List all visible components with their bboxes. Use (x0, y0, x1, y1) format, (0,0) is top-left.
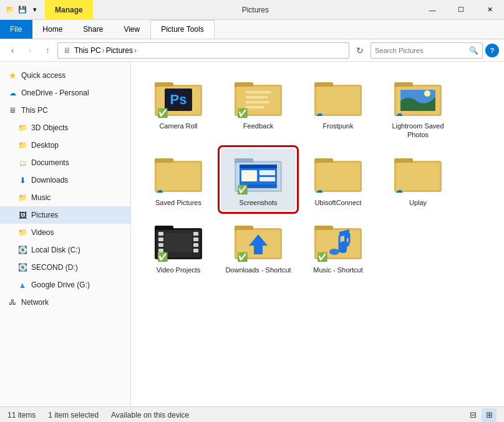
downloads-shortcut-label: Downloads - Shortcut (225, 266, 291, 274)
svg-point-58 (329, 249, 339, 255)
folder-music-icon: 📁 (17, 193, 27, 203)
folder-camera-roll-icon: Ps ✅ (153, 75, 203, 119)
title-bar: 📁 💾 ▾ Manage Pictures — ☐ ✕ (0, 0, 504, 20)
camera-roll-label: Camera Roll (159, 122, 197, 130)
sidebar-item-music[interactable]: 📁 Music (0, 189, 130, 206)
folder-music-shortcut[interactable]: ✅ Music - Shortcut (301, 216, 376, 278)
folder-ubisoftconnect[interactable]: ☁ UbisoftConnect (301, 148, 376, 211)
sidebar-item-second-d[interactable]: 💽 SECOND (D:) (0, 259, 130, 276)
folder-lightroom-icon: ☁ (393, 75, 443, 119)
sidebar-item-desktop[interactable]: 📁 Desktop (0, 137, 130, 154)
maximize-button[interactable]: ☐ (447, 0, 475, 20)
title-bar-icons: 📁 💾 ▾ (0, 5, 45, 15)
folder-frostpunk-icon: ☁ (313, 75, 363, 119)
breadcrumb-pictures[interactable]: Pictures (106, 46, 133, 55)
folder-screenshots[interactable]: ✅ Screenshots (221, 148, 296, 211)
sidebar-item-onedrive[interactable]: ☁ OneDrive - Personal (0, 84, 130, 102)
svg-rect-16 (394, 82, 413, 87)
svg-rect-40 (155, 226, 173, 231)
svg-rect-30 (259, 177, 275, 181)
folder-frostpunk[interactable]: ☁ Frostpunk (301, 72, 376, 143)
window-controls: — ☐ ✕ (418, 0, 504, 20)
item-count: 11 items (7, 411, 36, 420)
breadcrumb-this-pc[interactable]: This PC (74, 46, 101, 55)
folder-downloads-shortcut[interactable]: ✅ Downloads - Shortcut (221, 216, 296, 278)
network-icon: 🖧 (7, 297, 17, 307)
breadcrumb-icon: 🖥 (63, 46, 70, 55)
sidebar-item-network[interactable]: 🖧 Network (0, 294, 130, 311)
sidebar-item-3d-objects[interactable]: 📁 3D Objects (0, 119, 130, 137)
sidebar-label-local-disk-c: Local Disk (C:) (31, 246, 80, 254)
sidebar-label-onedrive: OneDrive - Personal (21, 89, 89, 97)
svg-rect-24 (235, 158, 253, 163)
address-box[interactable]: 🖥 This PC › Pictures › (57, 42, 349, 59)
quick-access-toolbar[interactable]: ▾ (30, 5, 40, 15)
minimize-button[interactable]: — (418, 0, 447, 20)
folder-3d-icon: 📁 (17, 123, 27, 133)
svg-rect-47 (193, 237, 198, 241)
folder-uplay[interactable]: ☁ Uplay (380, 148, 455, 211)
folder-camera-roll[interactable]: Ps ✅ Camera Roll (141, 72, 216, 143)
main-layout: ★ Quick access ☁ OneDrive - Personal 🖥 T… (0, 62, 504, 406)
sidebar-item-pictures[interactable]: 🖼 Pictures (0, 206, 130, 224)
folder-saved-pictures-icon: ☁ (153, 152, 203, 196)
manage-tab[interactable]: Manage (45, 0, 93, 20)
folder-documents-icon: 🗂 (17, 158, 27, 168)
svg-rect-52 (235, 226, 253, 231)
content-area: Ps ✅ Camera Roll ✅ F (131, 62, 504, 406)
search-input[interactable] (375, 47, 469, 54)
item-selected: 1 item selected (48, 411, 99, 420)
back-button[interactable]: ‹ (5, 43, 20, 58)
sidebar-label-desktop: Desktop (31, 141, 59, 150)
star-icon: ★ (7, 70, 17, 80)
folder-feedback-icon: ✅ (233, 75, 283, 119)
tab-share[interactable]: Share (73, 20, 114, 39)
ribbon-tabs: File Home Share View Picture Tools (0, 20, 504, 39)
detail-view-button[interactable]: ⊟ (465, 408, 480, 422)
save-icon[interactable]: 💾 (17, 5, 27, 15)
folder-feedback[interactable]: ✅ Feedback (221, 72, 296, 143)
window-title: Pictures (93, 6, 418, 14)
lightroom-label: Lightroom Saved Photos (384, 122, 452, 140)
sidebar-item-documents[interactable]: 🗂 Documents (0, 154, 130, 171)
sidebar-label-network: Network (21, 298, 49, 307)
tab-home[interactable]: Home (32, 20, 73, 39)
folder-lightroom[interactable]: ☁ Lightroom Saved Photos (380, 72, 455, 143)
sidebar-item-local-disk-c[interactable]: 💽 Local Disk (C:) (0, 241, 130, 259)
sidebar-item-quick-access[interactable]: ★ Quick access (0, 67, 130, 84)
forward-button[interactable]: › (22, 43, 37, 58)
svg-text:Ps: Ps (170, 92, 187, 107)
svg-point-62 (339, 241, 349, 247)
svg-rect-48 (193, 243, 198, 247)
sidebar-item-google-drive[interactable]: ▲ Google Drive (G:) (0, 276, 130, 294)
tab-view[interactable]: View (114, 20, 150, 39)
search-box[interactable]: 🔍 (371, 42, 483, 59)
svg-rect-50 (165, 233, 192, 252)
sidebar-label-google-drive: Google Drive (G:) (31, 281, 90, 289)
sidebar-label-videos: Videos (31, 228, 54, 237)
sidebar-label-second-d: SECOND (D:) (31, 263, 78, 272)
tab-picture-tools[interactable]: Picture Tools (150, 20, 214, 39)
icon-view-button[interactable]: ⊞ (482, 408, 497, 422)
sidebar-item-this-pc[interactable]: 🖥 This PC (0, 102, 130, 119)
refresh-button[interactable]: ↻ (352, 42, 368, 59)
sidebar-item-videos[interactable]: 📁 Videos (0, 224, 130, 241)
close-button[interactable]: ✕ (475, 0, 504, 20)
up-button[interactable]: ↑ (40, 43, 55, 58)
svg-rect-11 (246, 106, 264, 108)
folder-video-projects[interactable]: ✅ Video Projects (141, 216, 216, 278)
svg-rect-56 (314, 226, 333, 231)
view-icons: ⊟ ⊞ (465, 408, 497, 422)
gdrive-icon: ▲ (17, 280, 27, 290)
sidebar-item-downloads[interactable]: ⬇ Downloads (0, 171, 130, 189)
tab-file[interactable]: File (0, 20, 32, 39)
downloads-icon: ⬇ (17, 175, 27, 185)
folder-saved-pictures[interactable]: ☁ Saved Pictures (141, 148, 216, 211)
sidebar-label-this-pc: This PC (21, 106, 48, 115)
sidebar-label-3d-objects: 3D Objects (31, 123, 68, 132)
help-button[interactable]: ? (485, 44, 499, 57)
sidebar: ★ Quick access ☁ OneDrive - Personal 🖥 T… (0, 62, 131, 406)
music-shortcut-label: Music - Shortcut (313, 266, 362, 274)
app-icon: 📁 (5, 5, 15, 15)
svg-rect-10 (246, 101, 269, 103)
